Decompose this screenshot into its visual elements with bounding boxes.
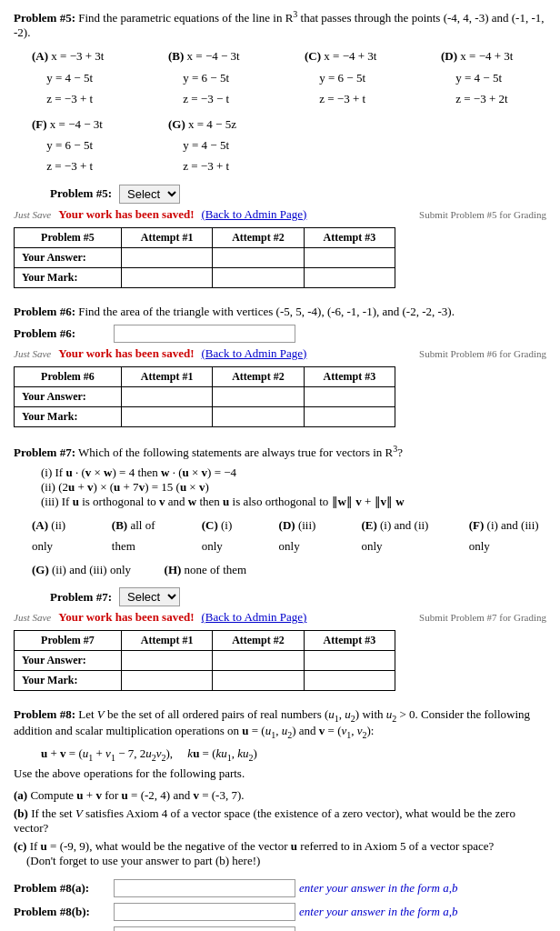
- problem-6-answer-1: [121, 386, 212, 406]
- problem-5-text: Find the parametric equations of the lin…: [14, 11, 545, 39]
- problem-7-answer-label: Your Answer:: [15, 651, 122, 671]
- problem-5-mark-1: [121, 267, 212, 287]
- problem-7-select-label: Problem #7:: [50, 590, 112, 605]
- problem-6-input[interactable]: [114, 325, 295, 343]
- problem-7-mark-2: [213, 671, 304, 691]
- problem-5-attempts-table: Problem #5 Attempt #1 Attempt #2 Attempt…: [14, 227, 395, 288]
- problem-6-answer-row: Your Answer:: [15, 386, 395, 406]
- problem-7-text: Which of the following statements are al…: [78, 445, 403, 459]
- problem-8-title: Problem #8:: [14, 707, 75, 721]
- problem-8c-input[interactable]: [114, 926, 295, 931]
- problem-5-col0: Problem #5: [15, 227, 122, 247]
- option-7c: (C) (i) only: [202, 515, 252, 557]
- option-5f: (F) x = −4 − 3t y = 6 − 5t z = −3 + t: [32, 114, 141, 177]
- problem-7-col2: Attempt #2: [213, 631, 304, 651]
- problem-8a-label: Problem #8(a):: [14, 881, 114, 896]
- problem-5-saved-msg: Your work has been saved!: [58, 207, 194, 222]
- problem-8b-label: Problem #8(b):: [14, 905, 114, 919]
- problem-6-col2: Attempt #2: [213, 366, 304, 386]
- problem-8b-input-row: Problem #8(b): enter your answer in the …: [14, 903, 546, 921]
- problem-6-input-label: Problem #6:: [14, 326, 114, 341]
- problem-5-just-save: Just Save: [14, 209, 51, 220]
- problem-7-header: Problem #7: Which of the following state…: [14, 444, 546, 460]
- problem-6-col0: Problem #6: [15, 366, 122, 386]
- option-5c: (C) x = −4 + 3t y = 6 − 5t z = −3 + t: [305, 45, 414, 109]
- problem-7-back-link[interactable]: (Back to Admin Page): [202, 610, 307, 625]
- problem-7-mark-1: [121, 671, 212, 691]
- problem-6-back-link[interactable]: (Back to Admin Page): [202, 346, 307, 361]
- problem-8-part-a-desc: (a) Compute u + v for u = (-2, 4) and v …: [14, 788, 546, 803]
- problem-6-header: Problem #6: Find the area of the triangl…: [14, 305, 546, 319]
- problem-5-answer-row: Your Answer:: [15, 247, 395, 267]
- problem-5-submit-link[interactable]: Submit Problem #5 for Grading: [419, 209, 546, 220]
- problem-7-submit-link[interactable]: Submit Problem #7 for Grading: [419, 612, 546, 623]
- problem-5-select-label: Problem #5:: [50, 186, 112, 201]
- problem-7-select-row: Problem #7: Select ABC DEF GH: [50, 587, 546, 606]
- problem-6-saved-msg: Your work has been saved!: [58, 346, 194, 361]
- statement-7-ii: (ii) (2u + v) × (u + 7v) = 15 (u × v): [41, 480, 546, 495]
- problem-7-col3: Attempt #3: [304, 631, 395, 651]
- problem-6-mark-label: Your Mark:: [15, 406, 122, 426]
- problem-6-saved-row: Just Save Your work has been saved! (Bac…: [14, 346, 546, 361]
- problem-5-title: Problem #5:: [14, 11, 75, 25]
- problem-7-mark-label: Your Mark:: [15, 671, 122, 691]
- statement-7-iii: (iii) If u is orthogonal to v and w then…: [41, 495, 546, 509]
- problem-5-col1: Attempt #1: [121, 227, 212, 247]
- option-7g: (G) (ii) and (iii) only: [32, 559, 137, 580]
- problem-8b-input[interactable]: [114, 903, 295, 921]
- problem-6-submit-link[interactable]: Submit Problem #6 for Grading: [419, 348, 546, 359]
- problem-6-text: Find the area of the triangle with verti…: [78, 305, 455, 318]
- problem-5-back-link[interactable]: (Back to Admin Page): [202, 207, 307, 222]
- problem-5-options-row1: (A) x = −3 + 3t y = 4 − 5t z = −3 + t (B…: [32, 45, 546, 109]
- problem-8c-input-row: Problem #8(c): enter your answer in the …: [14, 926, 546, 931]
- problem-5-table-header: Problem #5 Attempt #1 Attempt #2 Attempt…: [15, 227, 395, 247]
- problem-7-select[interactable]: Select ABC DEF GH: [119, 587, 180, 606]
- problem-6-title: Problem #6:: [14, 305, 75, 318]
- problem-7-attempts-table: Problem #7 Attempt #1 Attempt #2 Attempt…: [14, 630, 395, 691]
- problem-7-just-save: Just Save: [14, 612, 51, 623]
- problem-8b-hint: enter your answer in the form a,b: [299, 905, 457, 919]
- problem-5-options-row2: (F) x = −4 − 3t y = 6 − 5t z = −3 + t (G…: [32, 114, 546, 177]
- problem-5-header: Problem #5: Find the parametric equation…: [14, 9, 546, 40]
- problem-8-part-b-desc: (b) If the set V satisfies Axiom 4 of a …: [14, 806, 546, 836]
- problem-7-col0: Problem #7: [15, 631, 122, 651]
- problem-5-answer-2: [213, 247, 304, 267]
- problem-5-mark-row: Your Mark:: [15, 267, 395, 287]
- problem-8-formula1: u + v = (u1 + v1 − 7, 2u2v2),: [41, 746, 173, 760]
- problem-5-mark-label: Your Mark:: [15, 267, 122, 287]
- problem-6-answer-label: Your Answer:: [15, 386, 122, 406]
- problem-7-options-row2: (G) (ii) and (iii) only (H) none of them: [32, 559, 546, 580]
- option-5g: (G) x = 4 − 5z y = 4 − 5t z = −3 + t: [168, 114, 277, 177]
- option-5b: (B) x = −4 − 3t y = 6 − 5t z = −3 − t: [168, 45, 277, 109]
- option-7e: (E) (i) and (ii) only: [361, 515, 441, 557]
- option-7a: (A) (ii) only: [32, 515, 85, 557]
- option-7b: (B) all of them: [112, 515, 175, 557]
- option-7f: (F) (i) and (iii) only: [469, 515, 546, 557]
- problem-6-mark-3: [304, 406, 395, 426]
- problem-5-mark-3: [304, 267, 395, 287]
- problem-6-col1: Attempt #1: [121, 366, 212, 386]
- problem-6-attempts-table: Problem #6 Attempt #1 Attempt #2 Attempt…: [14, 366, 395, 427]
- problem-6-answer-3: [304, 386, 395, 406]
- problem-7-options-row1: (A) (ii) only (B) all of them (C) (i) on…: [32, 515, 546, 557]
- problem-5-answer-1: [121, 247, 212, 267]
- problem-6-mark-2: [213, 406, 304, 426]
- problem-6-input-row: Problem #6:: [14, 325, 546, 343]
- statement-7-i: (i) If u · (v × w) = 4 then w · (u × v) …: [41, 466, 546, 480]
- problem-6-table-header: Problem #6 Attempt #1 Attempt #2 Attempt…: [15, 366, 395, 386]
- problem-8a-input-row: Problem #8(a): enter your answer in the …: [14, 879, 546, 897]
- option-5a: (A) x = −3 + 3t y = 4 − 5t z = −3 + t: [32, 45, 141, 109]
- problem-5-col3: Attempt #3: [304, 227, 395, 247]
- problem-8a-input[interactable]: [114, 879, 295, 897]
- problem-5-options: (A) x = −3 + 3t y = 4 − 5t z = −3 + t (B…: [32, 45, 546, 176]
- problem-5-select[interactable]: Select ABC DEF G: [119, 185, 180, 204]
- problem-8-text: Let V be the set of all ordered pairs of…: [14, 707, 530, 737]
- problem-6-block: Problem #6: Find the area of the triangl…: [14, 305, 546, 427]
- option-7d: (D) (iii) only: [279, 515, 335, 557]
- problem-7-answer-row: Your Answer:: [15, 651, 395, 671]
- problem-7-answer-3: [304, 651, 395, 671]
- problem-6-answer-2: [213, 386, 304, 406]
- problem-5-saved-row: Just Save Your work has been saved! (Bac…: [14, 207, 546, 222]
- problem-7-statements: (i) If u · (v × w) = 4 then w · (u × v) …: [41, 466, 546, 509]
- problem-6-col3: Attempt #3: [304, 366, 395, 386]
